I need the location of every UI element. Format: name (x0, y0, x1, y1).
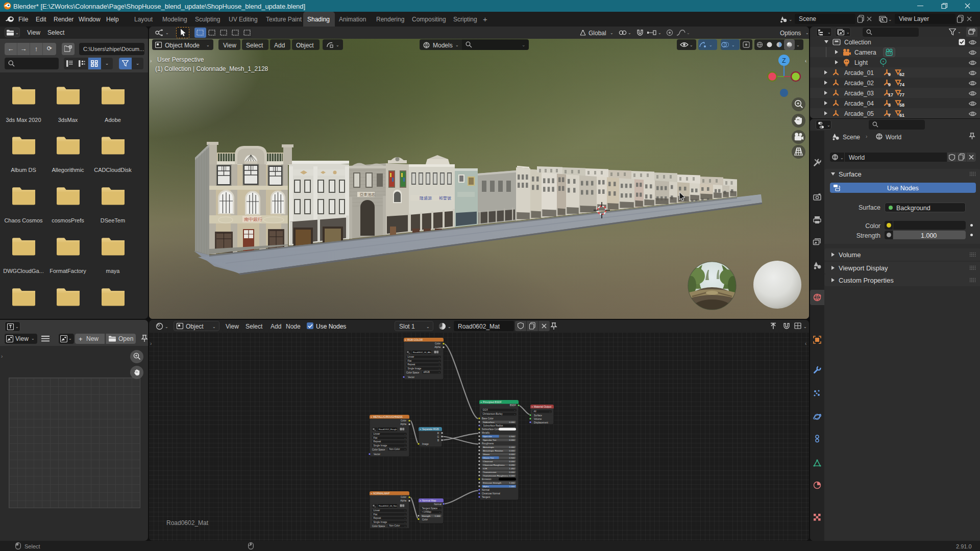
svg-text:⌄: ⌄ (438, 371, 440, 373)
svg-text:⌄: ⌄ (438, 364, 440, 366)
svg-text:Repeat: Repeat (374, 440, 382, 443)
svg-text:• UVMap: • UVMap (422, 511, 432, 513)
svg-text:All: All (534, 410, 536, 413)
svg-text:Non-Color: Non-Color (389, 524, 400, 527)
svg-text:Metallic: Metallic (482, 432, 490, 434)
svg-text:⌄: ⌄ (439, 511, 440, 513)
svg-text:Emission Strength: Emission Strength (483, 482, 502, 484)
svg-text:Alpha: Alpha (434, 346, 440, 348)
svg-text:0.030: 0.030 (509, 464, 516, 466)
svg-text:Normal Map: Normal Map (422, 499, 436, 502)
svg-text:Color: Color (401, 419, 406, 422)
svg-text:G: G (437, 436, 439, 438)
svg-text:Volume: Volume (534, 418, 542, 420)
svg-text:0.000: 0.000 (509, 474, 516, 477)
svg-text:Separate RGB: Separate RGB (422, 428, 439, 431)
svg-text:Transmission Roughness: Transmission Roughness (483, 474, 509, 477)
svg-text:⌄: ⌄ (549, 411, 551, 413)
svg-text:0.000: 0.000 (509, 449, 516, 452)
svg-text:Subsurface Radius: Subsurface Radius (483, 424, 504, 427)
svg-text:Normal: Normal (482, 489, 489, 491)
svg-text:1.000: 1.000 (509, 485, 516, 488)
svg-text:1.000: 1.000 (435, 515, 441, 517)
svg-text:Road0602_06_Nor...: Road0602_06_Nor... (379, 505, 399, 507)
svg-text:Image: Image (422, 443, 429, 445)
svg-text:1.000: 1.000 (509, 482, 516, 484)
svg-text:Single Image: Single Image (408, 367, 422, 370)
svg-text:Subsurface Color: Subsurface Color (482, 428, 500, 431)
svg-text:⌄: ⌄ (404, 514, 406, 516)
svg-text:隆盛源: 隆盛源 (420, 196, 432, 201)
svg-text:Non-Color: Non-Color (389, 448, 400, 450)
svg-text:⌄: ⌄ (404, 525, 406, 527)
svg-text:Roughness: Roughness (482, 442, 494, 445)
svg-text:B: B (437, 439, 439, 442)
svg-text:Transmission: Transmission (483, 471, 497, 473)
svg-text:Flat: Flat (408, 360, 412, 362)
svg-text:Normal: Normal (434, 503, 442, 506)
svg-text:0.000: 0.000 (509, 471, 516, 473)
svg-text:GGX: GGX (483, 409, 488, 411)
svg-text:NORMALMAP: NORMALMAP (373, 492, 390, 495)
svg-text:0.000: 0.000 (509, 439, 516, 441)
svg-text:Tangent Space: Tangent Space (422, 507, 438, 510)
svg-text:IOR: IOR (483, 467, 487, 470)
svg-text:Color Space: Color Space (372, 448, 385, 451)
svg-text:sRGB: sRGB (424, 371, 430, 373)
svg-text:Displacement: Displacement (534, 421, 549, 424)
svg-text:Subsurface: Subsurface (483, 421, 495, 423)
svg-text:0.000: 0.000 (509, 446, 516, 448)
svg-text:Color: Color (435, 342, 440, 345)
svg-text:Principled BSDF: Principled BSDF (483, 400, 502, 404)
svg-text:⌄: ⌄ (404, 448, 406, 450)
svg-text:RGB COLOR: RGB COLOR (407, 338, 423, 341)
svg-text:Alpha: Alpha (400, 423, 406, 425)
svg-text:裕豐號: 裕豐號 (438, 196, 451, 201)
svg-text:0.000: 0.000 (509, 460, 516, 463)
svg-text:0.500: 0.500 (509, 435, 516, 438)
svg-text:Sheen: Sheen (483, 453, 490, 456)
svg-text:Base Color: Base Color (482, 417, 494, 420)
svg-text:Clearcoat: Clearcoat (483, 460, 494, 463)
svg-text:Single Image: Single Image (374, 444, 387, 447)
svg-text:Alpha: Alpha (483, 485, 489, 488)
svg-text:Tangent: Tangent (482, 496, 491, 498)
svg-text:⌄: ⌄ (514, 413, 516, 415)
svg-text:Linear: Linear (408, 356, 414, 358)
svg-text:Specular: Specular (483, 435, 493, 438)
svg-text:Single Image: Single Image (374, 521, 387, 523)
svg-text:Clearcoat Normal: Clearcoat Normal (482, 492, 500, 495)
svg-text:Color Space: Color Space (406, 371, 420, 374)
svg-text:Surface: Surface (534, 414, 542, 417)
svg-text:Vector: Vector (374, 453, 380, 456)
svg-text:亞東池志: 亞東池志 (359, 192, 376, 197)
svg-text:Emission: Emission (482, 478, 492, 481)
svg-text:0.500: 0.500 (509, 457, 516, 459)
svg-text:Repeat: Repeat (374, 517, 382, 519)
svg-text:0.000: 0.000 (509, 421, 516, 423)
svg-text:⌄: ⌄ (404, 517, 406, 519)
svg-text:1.450: 1.450 (509, 467, 516, 470)
svg-text:⌄: ⌄ (404, 521, 406, 523)
svg-text:⌄: ⌄ (438, 356, 440, 358)
svg-text:Sheen Tint: Sheen Tint (483, 457, 495, 459)
svg-text:Road0602_06_Alb...: Road0602_06_Alb... (413, 351, 432, 354)
svg-text:Material Output: Material Output (534, 405, 552, 408)
svg-text:Z: Z (782, 57, 786, 64)
svg-text:Anisotropic Rotation: Anisotropic Rotation (483, 449, 504, 452)
svg-text:⌄: ⌄ (404, 437, 406, 439)
svg-text:Linear: Linear (374, 433, 380, 435)
svg-text:Christensen-Burley: Christensen-Burley (483, 413, 503, 415)
svg-text:Clearcoat Roughness: Clearcoat Roughness (483, 464, 505, 466)
svg-text:⌄: ⌄ (404, 433, 406, 435)
svg-text:⌄: ⌄ (404, 441, 406, 443)
svg-text:⌄: ⌄ (439, 508, 440, 510)
svg-text:⌄: ⌄ (514, 409, 516, 411)
svg-text:BSDF: BSDF (510, 404, 516, 407)
svg-text:⌄: ⌄ (438, 368, 440, 370)
svg-text:Repeat: Repeat (408, 363, 416, 366)
svg-text:⌄: ⌄ (404, 445, 406, 447)
svg-text:Flat: Flat (374, 513, 378, 516)
svg-text:Color: Color (401, 496, 406, 498)
svg-text:Color: Color (422, 518, 428, 521)
